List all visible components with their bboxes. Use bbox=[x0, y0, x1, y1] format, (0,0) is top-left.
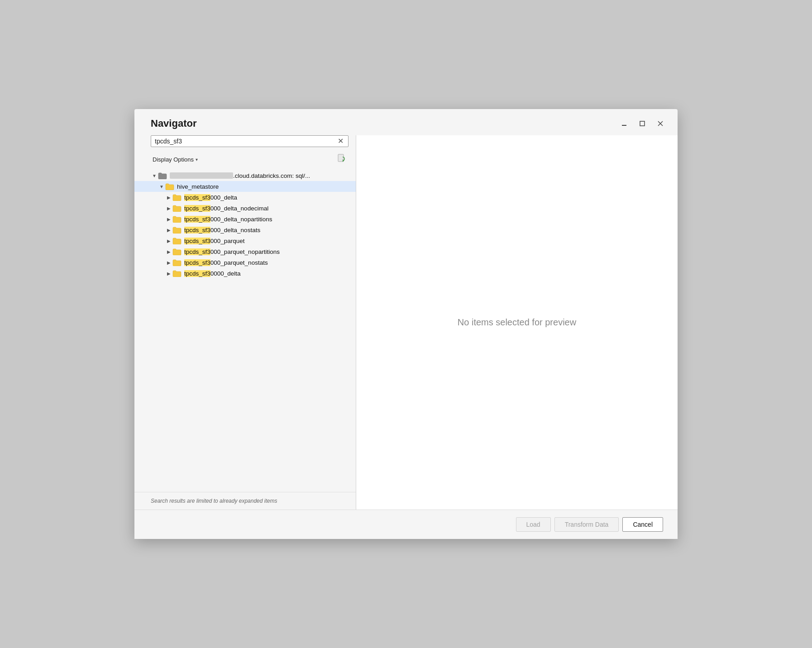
highlight-text: tpcds_sf3 bbox=[184, 270, 210, 277]
expand-arrow-icon: ▶ bbox=[165, 249, 172, 254]
transform-data-button[interactable]: Transform Data bbox=[554, 517, 619, 532]
search-footer: Search results are limited to already ex… bbox=[134, 492, 356, 510]
svg-rect-0 bbox=[622, 125, 626, 126]
right-pane: No items selected for preview bbox=[356, 135, 678, 510]
item-label: tpcds_sf3000_delta_nostats bbox=[184, 227, 260, 233]
list-item[interactable]: ▶ tpcds_sf3000_parquet bbox=[134, 235, 356, 246]
expand-arrow-icon: ▶ bbox=[165, 271, 172, 276]
list-item[interactable]: ▶ tpcds_sf3000_delta_nostats bbox=[134, 224, 356, 235]
list-item[interactable]: ▶ tpcds_sf3000_delta_nodecimal bbox=[134, 203, 356, 214]
folder-icon bbox=[172, 205, 182, 212]
item-label: tpcds_sf3000_parquet_nostats bbox=[184, 259, 268, 266]
highlight-text: tpcds_sf3 bbox=[184, 259, 210, 266]
no-preview-message: No items selected for preview bbox=[458, 317, 576, 328]
expand-arrow-icon: ▶ bbox=[165, 238, 172, 243]
hive-metastore-label: hive_metastore bbox=[177, 183, 219, 190]
highlight-text: tpcds_sf3 bbox=[184, 216, 210, 223]
close-button[interactable] bbox=[654, 117, 667, 130]
tree-hive-metastore-item[interactable]: ▼ hive_metastore bbox=[134, 181, 356, 192]
expand-arrow-icon: ▶ bbox=[165, 217, 172, 222]
highlight-text: tpcds_sf3 bbox=[184, 205, 210, 212]
display-options-row: Display Options ▾ bbox=[134, 151, 356, 170]
display-options-button[interactable]: Display Options ▾ bbox=[151, 155, 200, 164]
dialog-title: Navigator bbox=[151, 118, 196, 129]
list-item[interactable]: ▶ tpcds_sf3000_parquet_nopartitions bbox=[134, 246, 356, 257]
folder-icon bbox=[172, 270, 182, 277]
expand-arrow-icon: ▶ bbox=[165, 228, 172, 233]
server-suffix-label: .cloud.databricks.com: sql/... bbox=[233, 172, 310, 179]
highlight-text: tpcds_sf3 bbox=[184, 194, 210, 201]
collapse-arrow-icon: ▼ bbox=[151, 173, 158, 178]
tree-root-item[interactable]: ▼ .cloud.databricks.com: sql/... bbox=[134, 170, 356, 181]
expand-arrow-icon: ▶ bbox=[165, 260, 172, 265]
item-label: tpcds_sf3000_delta_nopartitions bbox=[184, 216, 272, 223]
item-label: tpcds_sf3000_parquet bbox=[184, 238, 245, 244]
item-label: tpcds_sf3000_delta bbox=[184, 194, 237, 201]
list-item[interactable]: ▶ tpcds_sf30000_delta bbox=[134, 268, 356, 279]
maximize-button[interactable] bbox=[636, 117, 649, 130]
folder-icon bbox=[172, 248, 182, 255]
search-note-label: Search results are limited to already ex… bbox=[151, 498, 277, 504]
search-box: ✕ bbox=[151, 135, 349, 147]
cancel-button[interactable]: Cancel bbox=[622, 517, 663, 532]
load-button[interactable]: Load bbox=[516, 517, 551, 532]
folder-icon bbox=[172, 259, 182, 266]
expand-arrow-icon: ▶ bbox=[165, 195, 172, 200]
dialog-footer: Load Transform Data Cancel bbox=[134, 510, 678, 539]
search-clear-button[interactable]: ✕ bbox=[337, 138, 344, 145]
server-redacted-label bbox=[170, 172, 233, 179]
item-label: tpcds_sf3000_parquet_nopartitions bbox=[184, 248, 280, 255]
refresh-icon-button[interactable] bbox=[335, 152, 349, 167]
folder-icon bbox=[172, 237, 182, 244]
list-item[interactable]: ▶ tpcds_sf3000_parquet_nostats bbox=[134, 257, 356, 268]
search-area: ✕ bbox=[134, 135, 356, 147]
highlight-text: tpcds_sf3 bbox=[184, 248, 210, 255]
item-label: tpcds_sf3000_delta_nodecimal bbox=[184, 205, 268, 212]
titlebar: Navigator bbox=[134, 109, 678, 135]
folder-icon bbox=[172, 215, 182, 223]
item-label: tpcds_sf30000_delta bbox=[184, 270, 241, 277]
window-controls bbox=[618, 117, 667, 130]
navigator-dialog: Navigator ✕ bbox=[134, 109, 678, 539]
display-options-label: Display Options bbox=[153, 156, 194, 163]
collapse-arrow-icon: ▼ bbox=[158, 184, 165, 189]
minimize-button[interactable] bbox=[618, 117, 630, 130]
svg-rect-1 bbox=[640, 121, 645, 126]
dialog-body: ✕ Display Options ▾ bbox=[134, 135, 678, 510]
chevron-down-icon: ▾ bbox=[196, 157, 198, 162]
highlight-text: tpcds_sf3 bbox=[184, 227, 210, 233]
folder-icon bbox=[172, 194, 182, 201]
list-item[interactable]: ▶ tpcds_sf3000_delta bbox=[134, 192, 356, 203]
folder-icon bbox=[172, 226, 182, 233]
expand-arrow-icon: ▶ bbox=[165, 206, 172, 211]
search-input[interactable] bbox=[155, 138, 335, 145]
list-item[interactable]: ▶ tpcds_sf3000_delta_nopartitions bbox=[134, 214, 356, 224]
left-pane: ✕ Display Options ▾ bbox=[134, 135, 356, 510]
highlight-text: tpcds_sf3 bbox=[184, 238, 210, 244]
folder-icon bbox=[165, 183, 174, 190]
folder-icon bbox=[158, 172, 167, 179]
tree-area: ▼ .cloud.databricks.com: sql/... bbox=[134, 170, 356, 492]
